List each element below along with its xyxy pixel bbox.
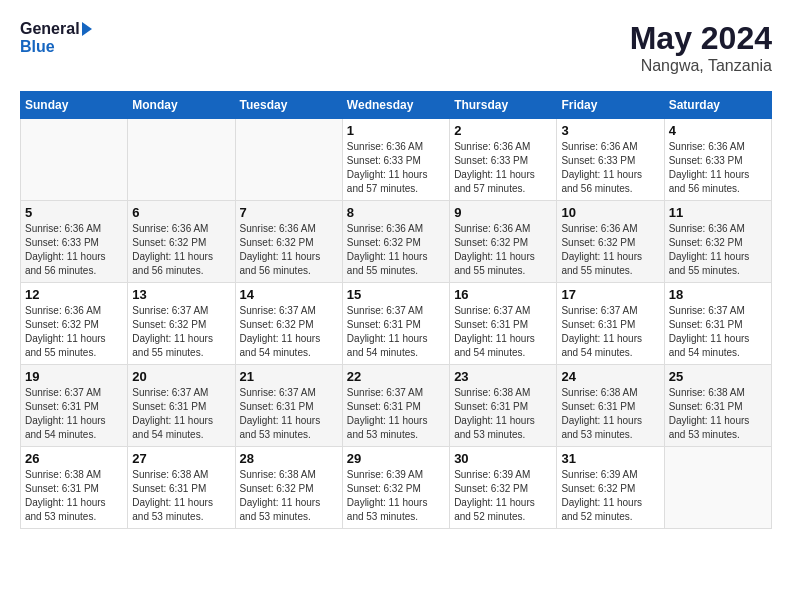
calendar-day-cell: 28Sunrise: 6:38 AM Sunset: 6:32 PM Dayli… (235, 447, 342, 529)
calendar-day-cell: 7Sunrise: 6:36 AM Sunset: 6:32 PM Daylig… (235, 201, 342, 283)
day-number: 11 (669, 205, 767, 220)
logo-general: General (20, 20, 80, 38)
day-info: Sunrise: 6:36 AM Sunset: 6:32 PM Dayligh… (561, 222, 659, 278)
calendar-location: Nangwa, Tanzania (630, 57, 772, 75)
calendar-day-cell: 4Sunrise: 6:36 AM Sunset: 6:33 PM Daylig… (664, 119, 771, 201)
day-info: Sunrise: 6:39 AM Sunset: 6:32 PM Dayligh… (347, 468, 445, 524)
page-header: General Blue May 2024 Nangwa, Tanzania (20, 20, 772, 75)
day-info: Sunrise: 6:36 AM Sunset: 6:32 PM Dayligh… (669, 222, 767, 278)
weekday-header: Saturday (664, 92, 771, 119)
title-section: May 2024 Nangwa, Tanzania (630, 20, 772, 75)
day-info: Sunrise: 6:36 AM Sunset: 6:32 PM Dayligh… (240, 222, 338, 278)
calendar-day-cell: 13Sunrise: 6:37 AM Sunset: 6:32 PM Dayli… (128, 283, 235, 365)
day-number: 16 (454, 287, 552, 302)
day-info: Sunrise: 6:36 AM Sunset: 6:33 PM Dayligh… (25, 222, 123, 278)
day-number: 8 (347, 205, 445, 220)
calendar-day-cell: 18Sunrise: 6:37 AM Sunset: 6:31 PM Dayli… (664, 283, 771, 365)
day-info: Sunrise: 6:37 AM Sunset: 6:31 PM Dayligh… (240, 386, 338, 442)
day-number: 5 (25, 205, 123, 220)
day-info: Sunrise: 6:36 AM Sunset: 6:32 PM Dayligh… (454, 222, 552, 278)
calendar-day-cell: 24Sunrise: 6:38 AM Sunset: 6:31 PM Dayli… (557, 365, 664, 447)
calendar-day-cell: 23Sunrise: 6:38 AM Sunset: 6:31 PM Dayli… (450, 365, 557, 447)
day-number: 12 (25, 287, 123, 302)
weekday-header: Monday (128, 92, 235, 119)
calendar-day-cell: 31Sunrise: 6:39 AM Sunset: 6:32 PM Dayli… (557, 447, 664, 529)
day-info: Sunrise: 6:37 AM Sunset: 6:32 PM Dayligh… (132, 304, 230, 360)
calendar-day-cell: 11Sunrise: 6:36 AM Sunset: 6:32 PM Dayli… (664, 201, 771, 283)
day-info: Sunrise: 6:38 AM Sunset: 6:31 PM Dayligh… (561, 386, 659, 442)
day-info: Sunrise: 6:38 AM Sunset: 6:31 PM Dayligh… (454, 386, 552, 442)
calendar-day-cell: 10Sunrise: 6:36 AM Sunset: 6:32 PM Dayli… (557, 201, 664, 283)
day-info: Sunrise: 6:38 AM Sunset: 6:32 PM Dayligh… (240, 468, 338, 524)
calendar-day-cell (128, 119, 235, 201)
weekday-header: Tuesday (235, 92, 342, 119)
calendar-week-row: 5Sunrise: 6:36 AM Sunset: 6:33 PM Daylig… (21, 201, 772, 283)
weekday-header: Friday (557, 92, 664, 119)
day-info: Sunrise: 6:37 AM Sunset: 6:31 PM Dayligh… (347, 304, 445, 360)
calendar-day-cell: 14Sunrise: 6:37 AM Sunset: 6:32 PM Dayli… (235, 283, 342, 365)
day-info: Sunrise: 6:37 AM Sunset: 6:31 PM Dayligh… (561, 304, 659, 360)
day-number: 19 (25, 369, 123, 384)
logo-triangle-icon (82, 22, 92, 36)
weekday-header: Sunday (21, 92, 128, 119)
day-number: 9 (454, 205, 552, 220)
day-info: Sunrise: 6:36 AM Sunset: 6:33 PM Dayligh… (347, 140, 445, 196)
calendar-day-cell: 9Sunrise: 6:36 AM Sunset: 6:32 PM Daylig… (450, 201, 557, 283)
calendar-day-cell: 2Sunrise: 6:36 AM Sunset: 6:33 PM Daylig… (450, 119, 557, 201)
day-number: 1 (347, 123, 445, 138)
day-info: Sunrise: 6:39 AM Sunset: 6:32 PM Dayligh… (561, 468, 659, 524)
day-number: 13 (132, 287, 230, 302)
day-number: 17 (561, 287, 659, 302)
day-number: 27 (132, 451, 230, 466)
calendar-week-row: 12Sunrise: 6:36 AM Sunset: 6:32 PM Dayli… (21, 283, 772, 365)
day-info: Sunrise: 6:37 AM Sunset: 6:31 PM Dayligh… (132, 386, 230, 442)
calendar-day-cell: 17Sunrise: 6:37 AM Sunset: 6:31 PM Dayli… (557, 283, 664, 365)
weekday-header-row: SundayMondayTuesdayWednesdayThursdayFrid… (21, 92, 772, 119)
calendar-title: May 2024 (630, 20, 772, 57)
calendar-table: SundayMondayTuesdayWednesdayThursdayFrid… (20, 91, 772, 529)
day-info: Sunrise: 6:36 AM Sunset: 6:32 PM Dayligh… (347, 222, 445, 278)
calendar-day-cell: 26Sunrise: 6:38 AM Sunset: 6:31 PM Dayli… (21, 447, 128, 529)
calendar-day-cell: 25Sunrise: 6:38 AM Sunset: 6:31 PM Dayli… (664, 365, 771, 447)
weekday-header: Thursday (450, 92, 557, 119)
day-info: Sunrise: 6:38 AM Sunset: 6:31 PM Dayligh… (669, 386, 767, 442)
calendar-day-cell (664, 447, 771, 529)
day-info: Sunrise: 6:37 AM Sunset: 6:31 PM Dayligh… (669, 304, 767, 360)
day-number: 4 (669, 123, 767, 138)
calendar-day-cell: 29Sunrise: 6:39 AM Sunset: 6:32 PM Dayli… (342, 447, 449, 529)
calendar-week-row: 26Sunrise: 6:38 AM Sunset: 6:31 PM Dayli… (21, 447, 772, 529)
day-number: 15 (347, 287, 445, 302)
day-info: Sunrise: 6:36 AM Sunset: 6:33 PM Dayligh… (454, 140, 552, 196)
day-number: 22 (347, 369, 445, 384)
day-info: Sunrise: 6:37 AM Sunset: 6:31 PM Dayligh… (25, 386, 123, 442)
calendar-day-cell: 8Sunrise: 6:36 AM Sunset: 6:32 PM Daylig… (342, 201, 449, 283)
day-number: 14 (240, 287, 338, 302)
day-number: 3 (561, 123, 659, 138)
day-number: 7 (240, 205, 338, 220)
day-info: Sunrise: 6:38 AM Sunset: 6:31 PM Dayligh… (25, 468, 123, 524)
calendar-day-cell: 1Sunrise: 6:36 AM Sunset: 6:33 PM Daylig… (342, 119, 449, 201)
calendar-day-cell: 15Sunrise: 6:37 AM Sunset: 6:31 PM Dayli… (342, 283, 449, 365)
logo-blue: Blue (20, 38, 55, 56)
day-number: 21 (240, 369, 338, 384)
calendar-day-cell: 20Sunrise: 6:37 AM Sunset: 6:31 PM Dayli… (128, 365, 235, 447)
day-number: 25 (669, 369, 767, 384)
day-info: Sunrise: 6:36 AM Sunset: 6:32 PM Dayligh… (132, 222, 230, 278)
calendar-day-cell: 12Sunrise: 6:36 AM Sunset: 6:32 PM Dayli… (21, 283, 128, 365)
calendar-day-cell: 30Sunrise: 6:39 AM Sunset: 6:32 PM Dayli… (450, 447, 557, 529)
day-info: Sunrise: 6:37 AM Sunset: 6:31 PM Dayligh… (347, 386, 445, 442)
logo: General Blue (20, 20, 92, 56)
day-info: Sunrise: 6:39 AM Sunset: 6:32 PM Dayligh… (454, 468, 552, 524)
day-number: 28 (240, 451, 338, 466)
day-number: 23 (454, 369, 552, 384)
day-number: 18 (669, 287, 767, 302)
calendar-day-cell (21, 119, 128, 201)
day-info: Sunrise: 6:36 AM Sunset: 6:33 PM Dayligh… (669, 140, 767, 196)
day-number: 6 (132, 205, 230, 220)
calendar-week-row: 1Sunrise: 6:36 AM Sunset: 6:33 PM Daylig… (21, 119, 772, 201)
calendar-day-cell: 3Sunrise: 6:36 AM Sunset: 6:33 PM Daylig… (557, 119, 664, 201)
day-number: 26 (25, 451, 123, 466)
calendar-day-cell: 5Sunrise: 6:36 AM Sunset: 6:33 PM Daylig… (21, 201, 128, 283)
weekday-header: Wednesday (342, 92, 449, 119)
day-number: 2 (454, 123, 552, 138)
